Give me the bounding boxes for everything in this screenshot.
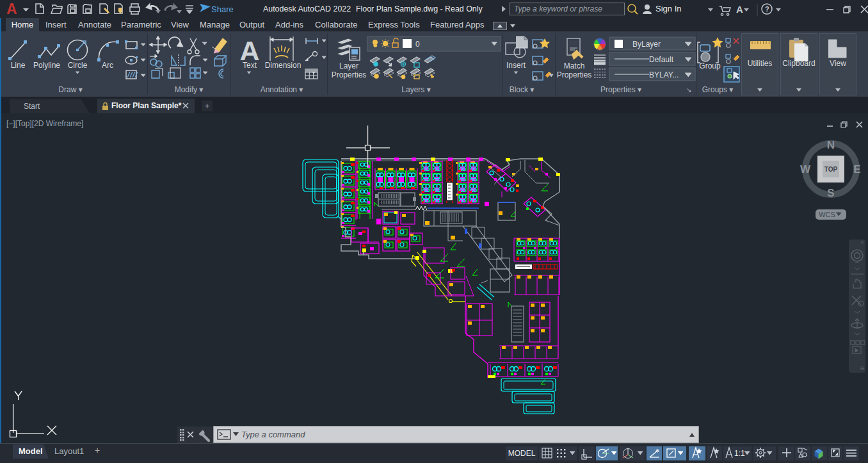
svg-text:0: 0 <box>415 40 420 49</box>
svg-text:WCS: WCS <box>819 211 835 218</box>
svg-text:Default: Default <box>649 55 674 64</box>
svg-text:A: A <box>6 1 17 17</box>
svg-text:A: A <box>239 35 259 66</box>
svg-text:Type a command: Type a command <box>241 430 305 439</box>
svg-text:⊖: ⊖ <box>860 365 865 371</box>
svg-text:W: W <box>800 163 811 175</box>
svg-text:E: E <box>853 163 860 175</box>
svg-text:A: A <box>736 4 743 15</box>
svg-text:?: ? <box>765 5 769 13</box>
svg-text:S: S <box>827 187 834 199</box>
svg-text:TOP: TOP <box>824 166 838 173</box>
svg-text:ByLayer: ByLayer <box>632 40 661 49</box>
svg-text:BYLAY...: BYLAY... <box>649 70 679 79</box>
svg-text:N: N <box>827 139 835 151</box>
svg-text:×: × <box>860 239 864 246</box>
